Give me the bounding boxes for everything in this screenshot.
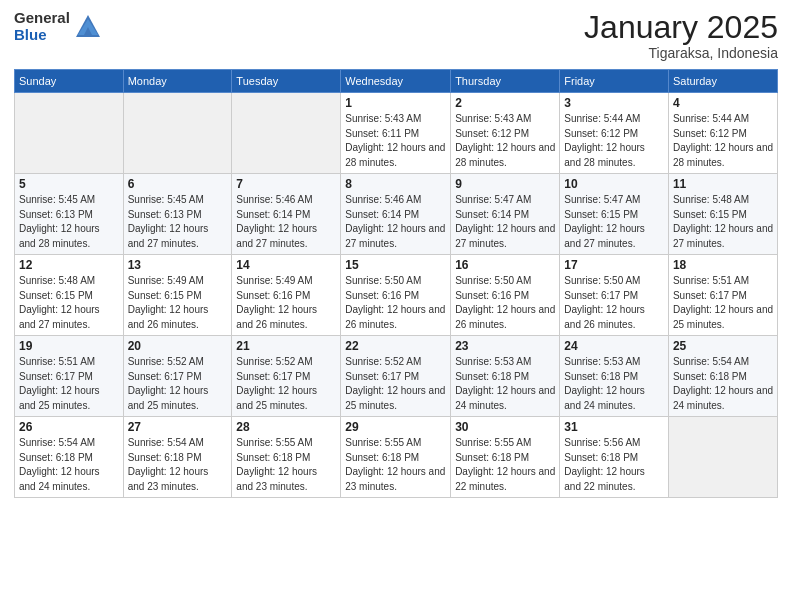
logo: General Blue: [14, 10, 102, 43]
logo-text: General Blue: [14, 10, 70, 43]
day-info: Sunrise: 5:46 AM Sunset: 6:14 PM Dayligh…: [345, 193, 446, 251]
calendar-cell: 13Sunrise: 5:49 AM Sunset: 6:15 PM Dayli…: [123, 255, 232, 336]
day-info: Sunrise: 5:53 AM Sunset: 6:18 PM Dayligh…: [564, 355, 664, 413]
calendar-cell: 29Sunrise: 5:55 AM Sunset: 6:18 PM Dayli…: [341, 417, 451, 498]
calendar-cell: 16Sunrise: 5:50 AM Sunset: 6:16 PM Dayli…: [451, 255, 560, 336]
day-number: 12: [19, 258, 119, 272]
day-number: 8: [345, 177, 446, 191]
day-number: 25: [673, 339, 773, 353]
calendar-cell: 4Sunrise: 5:44 AM Sunset: 6:12 PM Daylig…: [668, 93, 777, 174]
weekday-header-wednesday: Wednesday: [341, 70, 451, 93]
day-number: 27: [128, 420, 228, 434]
calendar-cell: 21Sunrise: 5:52 AM Sunset: 6:17 PM Dayli…: [232, 336, 341, 417]
day-info: Sunrise: 5:56 AM Sunset: 6:18 PM Dayligh…: [564, 436, 664, 494]
calendar-cell: 1Sunrise: 5:43 AM Sunset: 6:11 PM Daylig…: [341, 93, 451, 174]
logo-icon: [74, 13, 102, 41]
calendar-cell: 20Sunrise: 5:52 AM Sunset: 6:17 PM Dayli…: [123, 336, 232, 417]
day-info: Sunrise: 5:51 AM Sunset: 6:17 PM Dayligh…: [19, 355, 119, 413]
calendar-week-row: 5Sunrise: 5:45 AM Sunset: 6:13 PM Daylig…: [15, 174, 778, 255]
calendar-cell: [15, 93, 124, 174]
day-info: Sunrise: 5:43 AM Sunset: 6:11 PM Dayligh…: [345, 112, 446, 170]
calendar-cell: [232, 93, 341, 174]
calendar-cell: 28Sunrise: 5:55 AM Sunset: 6:18 PM Dayli…: [232, 417, 341, 498]
day-number: 9: [455, 177, 555, 191]
day-number: 18: [673, 258, 773, 272]
day-number: 26: [19, 420, 119, 434]
day-info: Sunrise: 5:55 AM Sunset: 6:18 PM Dayligh…: [236, 436, 336, 494]
weekday-header-friday: Friday: [560, 70, 669, 93]
calendar-cell: 26Sunrise: 5:54 AM Sunset: 6:18 PM Dayli…: [15, 417, 124, 498]
calendar-cell: 27Sunrise: 5:54 AM Sunset: 6:18 PM Dayli…: [123, 417, 232, 498]
calendar-cell: 19Sunrise: 5:51 AM Sunset: 6:17 PM Dayli…: [15, 336, 124, 417]
day-info: Sunrise: 5:54 AM Sunset: 6:18 PM Dayligh…: [673, 355, 773, 413]
day-info: Sunrise: 5:43 AM Sunset: 6:12 PM Dayligh…: [455, 112, 555, 170]
calendar-cell: 11Sunrise: 5:48 AM Sunset: 6:15 PM Dayli…: [668, 174, 777, 255]
calendar-cell: [668, 417, 777, 498]
day-number: 19: [19, 339, 119, 353]
day-number: 21: [236, 339, 336, 353]
day-number: 15: [345, 258, 446, 272]
calendar-cell: 12Sunrise: 5:48 AM Sunset: 6:15 PM Dayli…: [15, 255, 124, 336]
calendar-week-row: 19Sunrise: 5:51 AM Sunset: 6:17 PM Dayli…: [15, 336, 778, 417]
weekday-header-thursday: Thursday: [451, 70, 560, 93]
day-number: 28: [236, 420, 336, 434]
day-number: 31: [564, 420, 664, 434]
title-block: January 2025 Tigaraksa, Indonesia: [584, 10, 778, 61]
day-info: Sunrise: 5:44 AM Sunset: 6:12 PM Dayligh…: [673, 112, 773, 170]
calendar-table: SundayMondayTuesdayWednesdayThursdayFrid…: [14, 69, 778, 498]
day-info: Sunrise: 5:54 AM Sunset: 6:18 PM Dayligh…: [19, 436, 119, 494]
calendar-cell: 6Sunrise: 5:45 AM Sunset: 6:13 PM Daylig…: [123, 174, 232, 255]
day-number: 20: [128, 339, 228, 353]
day-number: 29: [345, 420, 446, 434]
calendar-cell: 22Sunrise: 5:52 AM Sunset: 6:17 PM Dayli…: [341, 336, 451, 417]
day-number: 24: [564, 339, 664, 353]
day-info: Sunrise: 5:47 AM Sunset: 6:14 PM Dayligh…: [455, 193, 555, 251]
month-title: January 2025: [584, 10, 778, 45]
calendar-cell: 8Sunrise: 5:46 AM Sunset: 6:14 PM Daylig…: [341, 174, 451, 255]
location: Tigaraksa, Indonesia: [584, 45, 778, 61]
weekday-header-sunday: Sunday: [15, 70, 124, 93]
day-number: 17: [564, 258, 664, 272]
day-info: Sunrise: 5:52 AM Sunset: 6:17 PM Dayligh…: [128, 355, 228, 413]
weekday-header-saturday: Saturday: [668, 70, 777, 93]
day-info: Sunrise: 5:54 AM Sunset: 6:18 PM Dayligh…: [128, 436, 228, 494]
calendar-cell: 9Sunrise: 5:47 AM Sunset: 6:14 PM Daylig…: [451, 174, 560, 255]
day-info: Sunrise: 5:51 AM Sunset: 6:17 PM Dayligh…: [673, 274, 773, 332]
calendar-cell: 31Sunrise: 5:56 AM Sunset: 6:18 PM Dayli…: [560, 417, 669, 498]
logo-blue: Blue: [14, 27, 70, 44]
day-info: Sunrise: 5:48 AM Sunset: 6:15 PM Dayligh…: [19, 274, 119, 332]
calendar-cell: 23Sunrise: 5:53 AM Sunset: 6:18 PM Dayli…: [451, 336, 560, 417]
header: General Blue January 2025 Tigaraksa, Ind…: [14, 10, 778, 61]
day-number: 1: [345, 96, 446, 110]
calendar-cell: 25Sunrise: 5:54 AM Sunset: 6:18 PM Dayli…: [668, 336, 777, 417]
day-info: Sunrise: 5:48 AM Sunset: 6:15 PM Dayligh…: [673, 193, 773, 251]
calendar-cell: 17Sunrise: 5:50 AM Sunset: 6:17 PM Dayli…: [560, 255, 669, 336]
day-info: Sunrise: 5:49 AM Sunset: 6:16 PM Dayligh…: [236, 274, 336, 332]
day-info: Sunrise: 5:55 AM Sunset: 6:18 PM Dayligh…: [345, 436, 446, 494]
day-number: 4: [673, 96, 773, 110]
day-number: 10: [564, 177, 664, 191]
weekday-header-monday: Monday: [123, 70, 232, 93]
day-number: 14: [236, 258, 336, 272]
calendar-cell: 2Sunrise: 5:43 AM Sunset: 6:12 PM Daylig…: [451, 93, 560, 174]
day-number: 2: [455, 96, 555, 110]
calendar-cell: 10Sunrise: 5:47 AM Sunset: 6:15 PM Dayli…: [560, 174, 669, 255]
day-info: Sunrise: 5:45 AM Sunset: 6:13 PM Dayligh…: [128, 193, 228, 251]
day-number: 11: [673, 177, 773, 191]
day-number: 22: [345, 339, 446, 353]
calendar-week-row: 26Sunrise: 5:54 AM Sunset: 6:18 PM Dayli…: [15, 417, 778, 498]
calendar-cell: 18Sunrise: 5:51 AM Sunset: 6:17 PM Dayli…: [668, 255, 777, 336]
day-info: Sunrise: 5:52 AM Sunset: 6:17 PM Dayligh…: [236, 355, 336, 413]
calendar-cell: 3Sunrise: 5:44 AM Sunset: 6:12 PM Daylig…: [560, 93, 669, 174]
day-number: 23: [455, 339, 555, 353]
day-number: 5: [19, 177, 119, 191]
calendar-cell: 15Sunrise: 5:50 AM Sunset: 6:16 PM Dayli…: [341, 255, 451, 336]
calendar-cell: 14Sunrise: 5:49 AM Sunset: 6:16 PM Dayli…: [232, 255, 341, 336]
day-info: Sunrise: 5:49 AM Sunset: 6:15 PM Dayligh…: [128, 274, 228, 332]
day-info: Sunrise: 5:52 AM Sunset: 6:17 PM Dayligh…: [345, 355, 446, 413]
calendar-week-row: 1Sunrise: 5:43 AM Sunset: 6:11 PM Daylig…: [15, 93, 778, 174]
calendar-cell: 24Sunrise: 5:53 AM Sunset: 6:18 PM Dayli…: [560, 336, 669, 417]
weekday-header-row: SundayMondayTuesdayWednesdayThursdayFrid…: [15, 70, 778, 93]
day-info: Sunrise: 5:50 AM Sunset: 6:16 PM Dayligh…: [345, 274, 446, 332]
calendar-cell: 30Sunrise: 5:55 AM Sunset: 6:18 PM Dayli…: [451, 417, 560, 498]
